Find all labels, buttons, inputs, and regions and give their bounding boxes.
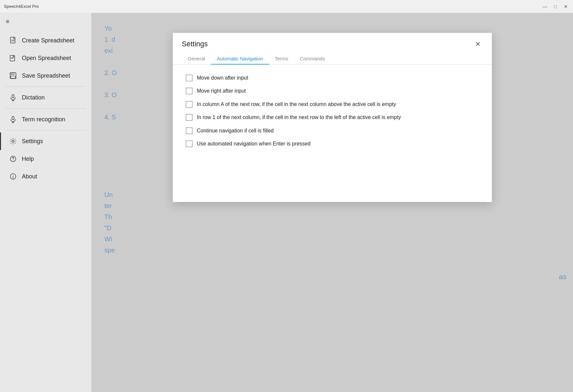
- dialog-tabs: General Automatic Navigation Terms Comma…: [173, 49, 492, 65]
- divider-2: [6, 108, 85, 109]
- sidebar-item-open-spreadsheet[interactable]: Open Spreadsheet: [0, 49, 91, 67]
- sidebar-item-about[interactable]: About: [0, 168, 91, 185]
- titlebar: Speech4Excel Pro — □ ✕: [0, 0, 573, 13]
- sidebar-label-about: About: [22, 173, 37, 180]
- help-icon: [9, 155, 17, 163]
- sidebar-menu: Create Spreadsheet Open Spreadsheet: [0, 30, 91, 187]
- checkbox-row-continue: Continue navigation if cell is filled: [186, 127, 479, 134]
- checkbox-label-move-down: Move down after input: [197, 74, 248, 82]
- checkbox-label-move-right: Move right after input: [197, 87, 246, 95]
- checkbox-label-row-1: In row 1 of the next column, if the cell…: [197, 114, 401, 121]
- svg-point-21: [13, 175, 13, 176]
- gear-icon: [9, 137, 17, 145]
- divider-3: [6, 130, 85, 130]
- dialog-header: Settings ✕: [173, 33, 492, 49]
- tab-terms[interactable]: Terms: [269, 53, 294, 65]
- svg-rect-10: [12, 95, 14, 98]
- sidebar-item-save-spreadsheet[interactable]: Save Spreadsheet: [0, 67, 91, 84]
- microphone2-icon: [9, 115, 17, 124]
- app-layout: ≡ Create Spreadsheet: [0, 13, 573, 392]
- window-controls: — □ ✕: [542, 3, 569, 10]
- svg-point-16: [12, 140, 14, 142]
- maximize-button[interactable]: □: [552, 3, 559, 10]
- settings-dialog: Settings ✕ General Automatic Navigation …: [173, 33, 492, 202]
- svg-rect-8: [11, 76, 15, 78]
- sidebar-item-settings[interactable]: Settings: [0, 132, 91, 150]
- svg-rect-7: [11, 73, 14, 75]
- checkbox-continue[interactable]: [186, 128, 192, 134]
- checkbox-label-enter: Use automated navigation when Enter is p…: [197, 140, 311, 147]
- svg-point-18: [13, 160, 13, 161]
- checkbox-row-col-a: In column A of the next row, if the cell…: [186, 101, 479, 108]
- checkbox-label-continue: Continue navigation if cell is filled: [197, 127, 274, 134]
- close-window-button[interactable]: ✕: [563, 3, 569, 10]
- checkbox-row-row-1: In row 1 of the next column, if the cell…: [186, 114, 479, 121]
- tab-general[interactable]: General: [182, 53, 211, 65]
- sidebar-label-save-spreadsheet: Save Spreadsheet: [22, 72, 70, 79]
- sidebar-label-create-spreadsheet: Create Spreadsheet: [22, 37, 74, 44]
- minimize-button[interactable]: —: [542, 3, 548, 10]
- checkbox-label-col-a: In column A of the next row, if the cell…: [197, 101, 396, 108]
- sidebar: ≡ Create Spreadsheet: [0, 13, 91, 392]
- floppy-icon: [9, 71, 17, 80]
- checkbox-move-down[interactable]: [186, 75, 192, 81]
- svg-rect-13: [12, 116, 14, 120]
- modal-overlay: Settings ✕ General Automatic Navigation …: [91, 13, 573, 392]
- dialog-title: Settings: [182, 40, 208, 48]
- info-icon: [9, 172, 17, 181]
- checkbox-col-a[interactable]: [186, 101, 192, 108]
- sidebar-item-dictation[interactable]: Dictation: [0, 89, 91, 106]
- microphone-icon: [9, 93, 17, 102]
- sidebar-label-help: Help: [22, 156, 34, 162]
- app-title: Speech4Excel Pro: [4, 4, 39, 9]
- sidebar-item-term-recognition[interactable]: Term recognition: [0, 111, 91, 128]
- tab-automatic-navigation[interactable]: Automatic Navigation: [211, 53, 269, 65]
- sidebar-label-settings: Settings: [22, 138, 43, 145]
- checkbox-row-1[interactable]: [186, 114, 192, 121]
- checkbox-row-move-right: Move right after input: [186, 87, 479, 95]
- dialog-body: Move down after input Move right after i…: [173, 65, 492, 157]
- hamburger-menu-button[interactable]: ≡: [0, 13, 91, 30]
- sidebar-label-open-spreadsheet: Open Spreadsheet: [22, 55, 71, 62]
- dialog-close-button[interactable]: ✕: [473, 39, 483, 49]
- file-open-icon: [9, 54, 17, 62]
- main-content: Yo 1. d exi 2. O 3. O 4. S Un ter Th "D …: [91, 13, 573, 392]
- checkbox-enter[interactable]: [186, 141, 192, 147]
- sidebar-label-dictation: Dictation: [22, 94, 45, 101]
- sidebar-item-help[interactable]: Help: [0, 150, 91, 168]
- checkbox-row-move-down: Move down after input: [186, 74, 479, 82]
- tab-commands[interactable]: Commands: [294, 53, 331, 65]
- checkbox-move-right[interactable]: [186, 88, 192, 94]
- checkbox-row-enter: Use automated navigation when Enter is p…: [186, 140, 479, 147]
- divider-1: [6, 86, 85, 87]
- sidebar-item-create-spreadsheet[interactable]: Create Spreadsheet: [0, 32, 91, 49]
- file-new-icon: [9, 36, 17, 45]
- sidebar-label-term-recognition: Term recognition: [22, 116, 65, 123]
